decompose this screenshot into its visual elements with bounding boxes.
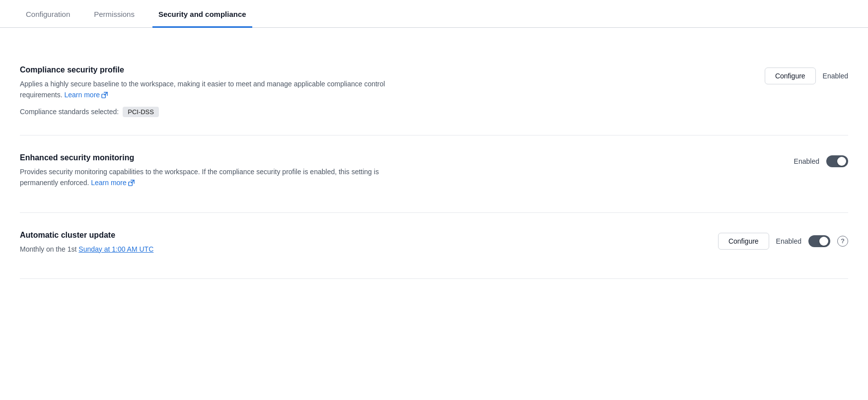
compliance-learn-more-link[interactable]: Learn more xyxy=(64,89,108,100)
tab-permissions[interactable]: Permissions xyxy=(88,2,141,28)
tab-security[interactable]: Security and compliance xyxy=(152,2,252,28)
section-left-2: Enhanced security monitoring Provides se… xyxy=(20,153,407,195)
compliance-security-profile-title: Compliance security profile xyxy=(20,66,407,74)
compliance-configure-button[interactable]: Configure xyxy=(765,67,816,84)
enhanced-security-desc: Provides security monitoring capabilitie… xyxy=(20,166,407,189)
tab-configuration[interactable]: Configuration xyxy=(20,2,76,28)
enhanced-learn-more-link[interactable]: Learn more xyxy=(91,177,135,188)
cluster-section-right: Configure Enabled ? xyxy=(718,231,848,250)
compliance-security-profile-desc: Applies a highly secure baseline to the … xyxy=(20,78,407,101)
external-link-icon xyxy=(101,92,108,98)
cluster-update-schedule: Monthly on the 1st Sunday at 1:00 AM UTC xyxy=(20,244,407,255)
main-content: Compliance security profile Applies a hi… xyxy=(0,28,868,279)
pci-dss-badge: PCI-DSS xyxy=(123,107,159,117)
cluster-toggle-thumb xyxy=(819,237,828,246)
compliance-standards-row: Compliance standards selected: PCI-DSS xyxy=(20,107,407,117)
enhanced-security-title: Enhanced security monitoring xyxy=(20,153,407,162)
enhanced-section-right: Enabled xyxy=(794,153,848,167)
section-left: Compliance security profile Applies a hi… xyxy=(20,66,407,117)
compliance-status: Enabled xyxy=(823,72,848,80)
section-left-3: Automatic cluster update Monthly on the … xyxy=(20,231,407,261)
enhanced-toggle[interactable] xyxy=(826,155,848,167)
compliance-section-right: Configure Enabled xyxy=(765,66,848,84)
external-link-icon-2 xyxy=(128,180,135,186)
automatic-cluster-update-section: Automatic cluster update Monthly on the … xyxy=(20,213,848,279)
cluster-update-schedule-link[interactable]: Sunday at 1:00 AM UTC xyxy=(78,245,153,253)
enhanced-toggle-track xyxy=(826,155,848,167)
cluster-status: Enabled xyxy=(776,237,801,245)
cluster-toggle-track xyxy=(808,235,830,247)
cluster-update-title: Automatic cluster update xyxy=(20,231,407,240)
enhanced-toggle-thumb xyxy=(837,157,846,166)
cluster-toggle[interactable] xyxy=(808,235,830,247)
enhanced-security-monitoring-section: Enhanced security monitoring Provides se… xyxy=(20,135,848,213)
cluster-help-icon[interactable]: ? xyxy=(837,236,848,247)
enhanced-status: Enabled xyxy=(794,157,819,165)
tab-bar: Configuration Permissions Security and c… xyxy=(0,0,868,28)
cluster-configure-button[interactable]: Configure xyxy=(718,233,769,250)
compliance-security-profile-section: Compliance security profile Applies a hi… xyxy=(20,48,848,135)
